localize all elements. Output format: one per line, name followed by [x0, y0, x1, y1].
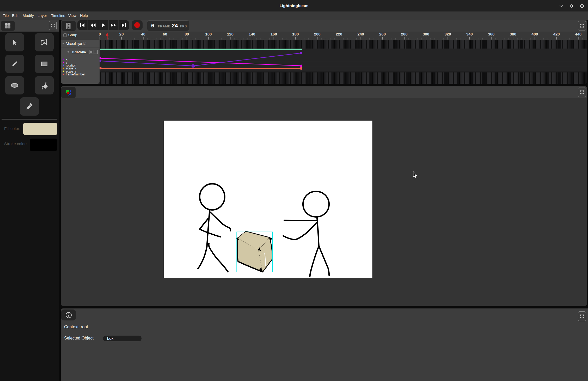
- svg-text:frameNumber: frameNumber: [66, 73, 85, 76]
- svg-text:220: 220: [336, 32, 342, 36]
- svg-text:140: 140: [249, 32, 255, 36]
- svg-text:360: 360: [488, 32, 494, 36]
- svg-text:120: 120: [227, 32, 234, 36]
- svg-text:420: 420: [553, 32, 560, 36]
- svg-text:100: 100: [205, 32, 212, 36]
- svg-text:0: 0: [99, 32, 101, 36]
- svg-text:20: 20: [119, 32, 124, 36]
- svg-text:320: 320: [444, 32, 451, 36]
- svg-text:180: 180: [292, 32, 299, 36]
- svg-text:340: 340: [466, 32, 473, 36]
- svg-text:VectorLayer: VectorLayer: [66, 41, 83, 46]
- svg-text:400: 400: [531, 32, 538, 36]
- svg-text:60: 60: [163, 32, 167, 36]
- svg-text:280: 280: [401, 32, 407, 36]
- svg-text:80: 80: [185, 32, 189, 36]
- svg-text:200: 200: [314, 32, 321, 36]
- svg-text:[L]: [L]: [83, 42, 86, 45]
- svg-text:~: ~: [95, 50, 96, 53]
- svg-text:440: 440: [575, 32, 581, 36]
- svg-text:151ad70a...: 151ad70a...: [72, 50, 88, 54]
- svg-text:240: 240: [358, 32, 364, 36]
- svg-text:160: 160: [271, 32, 277, 36]
- svg-text:300: 300: [423, 32, 429, 36]
- svg-text:380: 380: [510, 32, 516, 36]
- svg-text:260: 260: [379, 32, 386, 36]
- svg-text:40: 40: [141, 32, 145, 36]
